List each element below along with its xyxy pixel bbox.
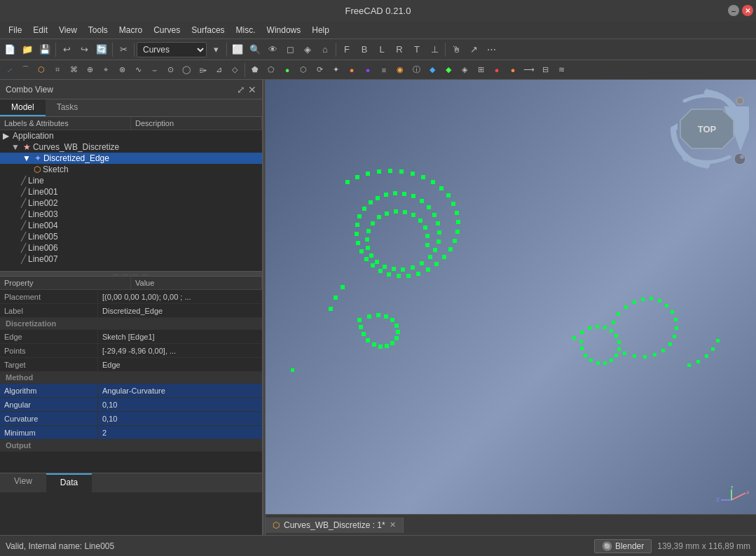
surf-tool-7[interactable]: ● <box>344 62 359 78</box>
view-top[interactable]: T <box>408 41 425 58</box>
refresh-button[interactable]: 🔄 <box>93 41 110 58</box>
view-iso[interactable]: ◈ <box>299 41 316 58</box>
curve-tool-12[interactable]: ◯ <box>179 62 194 78</box>
curve-tool-1[interactable]: ⟋ <box>1 62 17 78</box>
view-bottom[interactable]: ⊥ <box>426 41 443 58</box>
blender-button[interactable]: 🔘 Blender <box>594 539 652 553</box>
curve-tool-8[interactable]: ⊗ <box>114 62 130 78</box>
tree-line001[interactable]: ╱ Line001 <box>0 186 262 197</box>
curve-tool-4[interactable]: ⌗ <box>50 62 65 78</box>
view-home[interactable]: ⌂ <box>317 41 334 58</box>
view-toggle[interactable]: 👁 <box>264 41 281 58</box>
tree-discretized-edge[interactable]: ▼ ✦ Discretized_Edge <box>0 153 262 164</box>
viewport[interactable]: TOP <box>266 80 756 535</box>
new-button[interactable]: 📄 <box>1 41 18 58</box>
misc-tool-8[interactable]: ⟶ <box>521 62 537 78</box>
menu-curves[interactable]: Curves <box>148 24 186 36</box>
misc-tool-5[interactable]: ⊞ <box>473 62 488 78</box>
tree-line002[interactable]: ╱ Line002 <box>0 197 262 209</box>
tree-line005[interactable]: ╱ Line005 <box>0 231 262 242</box>
view-right[interactable]: R <box>391 41 408 58</box>
menu-windows[interactable]: Windows <box>261 24 307 36</box>
expand-icon[interactable]: ⤢ <box>237 84 245 95</box>
menu-tools[interactable]: Tools <box>83 24 114 36</box>
tab-model[interactable]: Model <box>0 99 46 116</box>
close-button[interactable]: ✕ <box>742 5 753 16</box>
cut-button[interactable]: ✂ <box>115 41 132 58</box>
tree-line[interactable]: ╱ Line <box>0 175 262 186</box>
curve-tool-10[interactable]: ⌣ <box>146 62 162 78</box>
redo-button[interactable]: ↪ <box>76 41 92 58</box>
curve-tool-6[interactable]: ⊕ <box>82 62 97 78</box>
view-left[interactable]: L <box>373 41 390 58</box>
curve-tool-14[interactable]: ⊿ <box>211 62 226 78</box>
menu-surfaces[interactable]: Surfaces <box>186 24 230 36</box>
menu-view[interactable]: View <box>53 24 83 36</box>
curve-tool-3[interactable]: ⬡ <box>34 62 49 78</box>
view-front[interactable]: F <box>338 41 355 58</box>
nav-mode[interactable]: 🖱 <box>448 41 465 58</box>
prop-edge[interactable]: Edge Sketch [Edge1] <box>0 330 262 344</box>
surf-tool-6[interactable]: ✦ <box>328 62 343 78</box>
doc-tab-close-icon[interactable]: ✕ <box>390 520 396 529</box>
properties-area[interactable]: Property Value Placement [(0,00 0,00 1,0… <box>0 277 262 473</box>
misc-tool-2[interactable]: ◆ <box>425 62 440 78</box>
view-persp[interactable]: ◻ <box>282 41 298 58</box>
misc-tool-4[interactable]: ◈ <box>457 62 472 78</box>
prop-points[interactable]: Points [-29,49 -8,96 0,00], ... <box>0 344 262 358</box>
prop-placement[interactable]: Placement [(0,00 0,00 1,00); 0,00 ; ... <box>0 290 262 304</box>
menu-file[interactable]: File <box>3 24 27 36</box>
menu-edit[interactable]: Edit <box>27 24 53 36</box>
tree-line004[interactable]: ╱ Line004 <box>0 220 262 231</box>
undo-button[interactable]: ↩ <box>58 41 75 58</box>
workbench-selector[interactable]: Curves <box>137 42 207 57</box>
tree-area[interactable]: Labels & Attributes Description ▶ Applic… <box>0 117 262 271</box>
menu-macro[interactable]: Macro <box>114 24 148 36</box>
misc-tool-9[interactable]: ⊟ <box>537 62 553 78</box>
misc-tool-6[interactable]: ● <box>489 62 504 78</box>
tree-application[interactable]: ▶ Application <box>0 130 262 141</box>
surf-tool-4[interactable]: ⬡ <box>296 62 311 78</box>
curve-tool-7[interactable]: ⌖ <box>98 62 114 78</box>
bottom-tab-data[interactable]: Data <box>46 473 92 492</box>
prop-target[interactable]: Target Edge <box>0 358 262 372</box>
curve-tool-5[interactable]: ⌘ <box>66 62 81 78</box>
curve-tool-11[interactable]: ⊙ <box>163 62 178 78</box>
more-btn[interactable]: ⋯ <box>483 41 500 58</box>
open-button[interactable]: 📁 <box>19 41 36 58</box>
misc-tool-7[interactable]: ● <box>505 62 521 78</box>
prop-label[interactable]: Label Discretized_Edge <box>0 304 262 318</box>
minimize-button[interactable]: – <box>728 5 739 16</box>
select-btn[interactable]: ↗ <box>465 41 482 58</box>
tree-curves-wb[interactable]: ▼ ★ Curves_WB_Discretize <box>0 141 262 153</box>
misc-tool-3[interactable]: ◆ <box>441 62 456 78</box>
navigation-cube[interactable]: TOP <box>665 87 749 171</box>
menu-help[interactable]: Help <box>306 24 335 36</box>
tree-line003[interactable]: ╱ Line003 <box>0 209 262 220</box>
save-button[interactable]: 💾 <box>36 41 53 58</box>
prop-curvature[interactable]: Curvature 0,10 <box>0 412 262 426</box>
surf-tool-1[interactable]: ⬟ <box>247 62 263 78</box>
doc-tab[interactable]: ⬡ Curves_WB_Discretize : 1* ✕ <box>266 517 404 533</box>
tree-line006[interactable]: ╱ Line006 <box>0 242 262 253</box>
curve-tool-15[interactable]: ◇ <box>227 62 242 78</box>
tree-line007[interactable]: ╱ Line007 <box>0 253 262 265</box>
prop-minimum[interactable]: Minimum 2 <box>0 426 262 440</box>
prop-angular[interactable]: Angular 0,10 <box>0 398 262 412</box>
bottom-tab-view[interactable]: View <box>0 473 46 492</box>
combo-close-icon[interactable]: ✕ <box>248 84 256 95</box>
misc-tool-1[interactable]: ⓘ <box>408 62 424 78</box>
curve-tool-9[interactable]: ∿ <box>130 62 146 78</box>
tree-sketch[interactable]: ⬡ Sketch <box>0 164 262 175</box>
surf-tool-5[interactable]: ⟳ <box>312 62 327 78</box>
view-back[interactable]: B <box>356 41 373 58</box>
surf-tool-3[interactable]: ● <box>280 62 295 78</box>
prop-algorithm[interactable]: Algorithm Angular-Curvature <box>0 384 262 398</box>
menu-misc[interactable]: Misc. <box>231 24 261 36</box>
curve-tool-13[interactable]: ⌲ <box>195 62 210 78</box>
surf-tool-2[interactable]: ⬠ <box>263 62 279 78</box>
surf-tool-10[interactable]: ◉ <box>392 62 408 78</box>
misc-tool-10[interactable]: ≋ <box>554 62 569 78</box>
workbench-dropdown[interactable]: ▾ <box>207 41 224 58</box>
view-fit-sel[interactable]: 🔍 <box>247 41 263 58</box>
